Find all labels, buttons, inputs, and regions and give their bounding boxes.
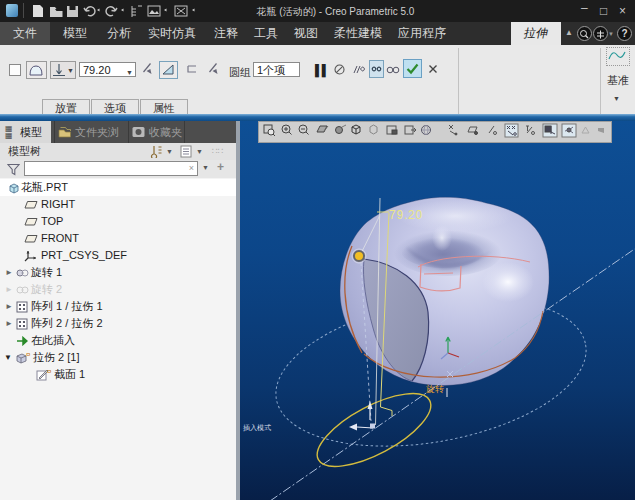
svg-text:79.20: 79.20: [389, 208, 423, 222]
svg-text:插入模式: 插入模式: [243, 424, 271, 432]
svg-text:旋转: 旋转: [426, 384, 444, 394]
